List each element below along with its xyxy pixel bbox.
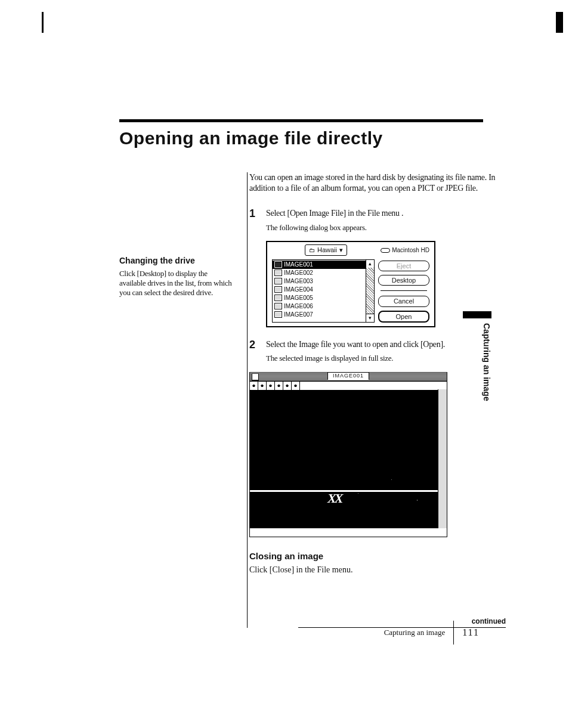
window-title: IMAGE001	[327, 373, 369, 380]
scroll-track[interactable]	[366, 268, 374, 314]
intro-block: You can open an image stored in the hard…	[249, 172, 506, 194]
step-body: Select the Image file you want to open a…	[266, 339, 506, 367]
dialog-buttons: Eject Desktop Cancel Open	[378, 259, 429, 323]
sidebar-text: Click [Desktop] to display the available…	[119, 269, 233, 298]
closing-heading: Closing an image	[249, 550, 506, 562]
closing-text: Click [Close] in the File menu.	[249, 565, 506, 575]
window-close-box[interactable]	[252, 373, 259, 380]
window-toolbar	[250, 382, 447, 391]
document-icon	[274, 269, 282, 276]
step-number: 2	[249, 339, 262, 367]
document-icon	[274, 286, 282, 293]
file-name: IMAGE005	[284, 294, 313, 302]
step-number: 1	[249, 208, 262, 236]
open-button[interactable]: Open	[378, 311, 429, 323]
file-name: IMAGE001	[284, 261, 313, 268]
toolbar-tool-icon[interactable]	[258, 382, 267, 390]
dialog-top-row: 🗀 Hawaii ▾ Macintosh HD	[267, 242, 434, 258]
disk-indicator: Macintosh HD	[381, 246, 429, 254]
scan-mark-left	[42, 12, 44, 33]
file-name: IMAGE002	[284, 269, 313, 277]
open-dialog-figure: 🗀 Hawaii ▾ Macintosh HD ▴ ▾	[266, 241, 435, 327]
window-vscrollbar[interactable]	[438, 389, 447, 528]
file-row[interactable]: IMAGE004	[273, 286, 366, 294]
main-column: You can open an image stored in the hard…	[249, 172, 506, 628]
document-icon	[274, 303, 282, 309]
window-titlebar[interactable]: IMAGE001	[250, 373, 447, 382]
toolbar-tool-icon[interactable]	[267, 382, 275, 390]
image-window-figure: IMAGE001 XX	[249, 372, 447, 537]
file-name: IMAGE006	[284, 302, 313, 310]
disk-icon	[381, 248, 390, 253]
title-rule	[119, 119, 483, 122]
page-title: Opening an image file directly	[119, 128, 533, 148]
file-list: IMAGE001 IMAGE002 IMAGE003	[273, 260, 366, 320]
file-list-pane[interactable]: ▴ ▾ IMAGE001 IMAGE002	[272, 259, 375, 323]
image-content	[250, 391, 447, 528]
step-subtext: The selected image is displayed in full …	[266, 354, 506, 364]
window-hscrollbar[interactable]	[250, 528, 447, 537]
intro-text: You can open an image stored in the hard…	[249, 172, 506, 194]
page-footer: Capturing an image 111	[384, 621, 480, 645]
footer-section-name: Capturing an image	[384, 628, 446, 637]
file-row[interactable]: IMAGE005	[273, 294, 366, 302]
file-name: IMAGE007	[284, 311, 313, 318]
eject-button[interactable]: Eject	[378, 261, 429, 271]
section-tab-mark	[463, 311, 491, 318]
step-body: Select [Open Image File] in the File men…	[266, 208, 506, 236]
image-content-line	[250, 490, 447, 492]
content-columns: Changing the drive Click [Desktop] to di…	[119, 172, 489, 628]
scroll-down-arrow[interactable]: ▾	[366, 314, 374, 322]
step-text: Select [Open Image File] in the File men…	[266, 208, 506, 219]
file-row[interactable]: IMAGE002	[273, 269, 366, 277]
document-icon	[274, 278, 282, 284]
scan-mark-right	[556, 12, 563, 33]
sidebar-column: Changing the drive Click [Desktop] to di…	[119, 172, 233, 628]
folder-name: Hawaii	[317, 246, 337, 254]
file-name: IMAGE003	[284, 277, 313, 285]
step-subtext: The following dialog box appears.	[266, 223, 506, 233]
scroll-up-arrow[interactable]: ▴	[366, 260, 374, 268]
folder-dropdown[interactable]: 🗀 Hawaii ▾	[305, 244, 347, 255]
page-number: 111	[462, 627, 480, 638]
file-row[interactable]: IMAGE001	[273, 261, 366, 269]
image-canvas: XX	[250, 391, 447, 528]
document-icon	[274, 261, 282, 268]
disk-name: Macintosh HD	[392, 246, 429, 254]
section-tab-label: Capturing an image	[482, 323, 491, 401]
manual-page: Opening an image file directly Changing …	[0, 0, 569, 728]
image-content-figures: XX	[327, 490, 341, 507]
closing-section: Closing an image Click [Close] in the Fi…	[249, 550, 506, 575]
column-divider	[247, 172, 248, 628]
document-icon	[274, 295, 282, 301]
toolbar-tool-icon[interactable]	[283, 382, 292, 390]
file-row[interactable]: IMAGE003	[273, 277, 366, 286]
step-text: Select the Image file you want to open a…	[266, 339, 506, 350]
file-row[interactable]: IMAGE006	[273, 302, 366, 311]
document-icon	[274, 311, 282, 318]
button-separator	[381, 290, 427, 291]
file-row[interactable]: IMAGE007	[273, 311, 366, 319]
file-name: IMAGE004	[284, 286, 313, 293]
cancel-button[interactable]: Cancel	[378, 296, 429, 306]
toolbar-tool-icon[interactable]	[275, 382, 283, 390]
footer-divider	[453, 621, 454, 645]
sidebar-heading: Changing the drive	[119, 256, 233, 267]
desktop-button[interactable]: Desktop	[378, 275, 429, 286]
step-1: 1 Select [Open Image File] in the File m…	[249, 208, 506, 236]
toolbar-tool-icon[interactable]	[292, 382, 300, 390]
toolbar-tool-icon[interactable]	[250, 382, 258, 390]
folder-icon: 🗀	[309, 246, 315, 254]
step-2: 2 Select the Image file you want to open…	[249, 339, 506, 367]
dropdown-arrow-icon: ▾	[339, 246, 343, 254]
dialog-body: ▴ ▾ IMAGE001 IMAGE002	[267, 258, 434, 326]
